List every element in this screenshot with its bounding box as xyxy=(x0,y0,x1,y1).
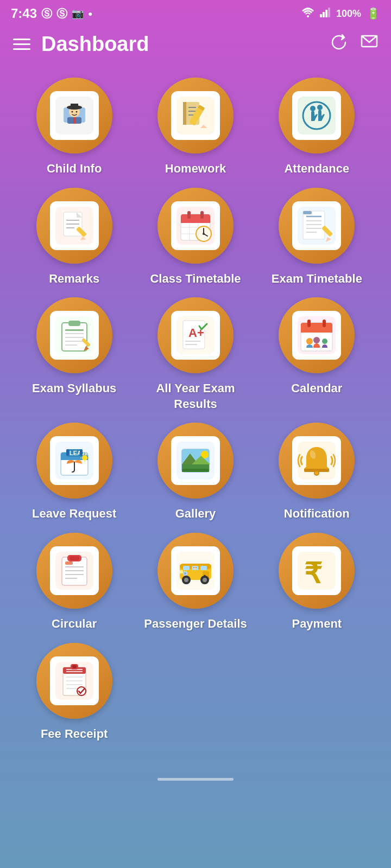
camera-icon: 📷 xyxy=(72,8,84,20)
calendar-label: Calendar xyxy=(291,381,342,397)
skype-icon-2: Ⓢ xyxy=(56,7,67,21)
svg-point-15 xyxy=(75,111,77,113)
svg-rect-18 xyxy=(183,102,186,125)
svg-rect-61 xyxy=(303,211,312,214)
notification-icon-circle xyxy=(279,423,355,499)
svg-rect-125 xyxy=(200,566,207,570)
app-header: Dashboard xyxy=(0,27,391,67)
class-timetable-icon-circle xyxy=(157,188,234,264)
svg-rect-93 xyxy=(80,449,83,456)
attendance-label: Attendance xyxy=(284,161,349,177)
wifi-icon xyxy=(301,8,314,20)
svg-rect-3 xyxy=(325,10,327,17)
grid-item-passenger-details[interactable]: Passenger Details xyxy=(137,533,253,632)
fee-receipt-icon-circle xyxy=(36,643,112,719)
remarks-icon-circle xyxy=(36,188,112,264)
exam-timetable-icon-circle xyxy=(279,188,355,264)
svg-rect-150 xyxy=(72,665,77,668)
battery-icon: 🔋 xyxy=(367,7,380,20)
leave-request-icon-circle: LEAVE xyxy=(36,423,112,499)
skype-icon-1: Ⓢ xyxy=(41,7,52,21)
payment-icon-circle: ₹ xyxy=(279,533,355,609)
status-bar: 7:43 Ⓢ Ⓢ 📷 ● 100% 🔋 xyxy=(0,0,391,27)
svg-point-129 xyxy=(184,572,186,575)
grid-item-payment[interactable]: ₹ Payment xyxy=(259,533,375,632)
svg-point-51 xyxy=(203,233,205,235)
svg-rect-123 xyxy=(183,566,190,570)
svg-point-94 xyxy=(82,455,87,461)
gallery-icon-circle xyxy=(157,423,234,499)
home-indicator xyxy=(157,778,234,781)
time-display: 7:43 xyxy=(11,6,37,21)
bottom-bar xyxy=(0,763,391,785)
passenger-details-icon-circle xyxy=(157,533,234,609)
svg-rect-2 xyxy=(323,12,325,17)
svg-rect-42 xyxy=(200,211,204,219)
svg-point-137 xyxy=(195,567,196,567)
svg-point-135 xyxy=(193,566,197,570)
circular-icon-circle xyxy=(36,533,112,609)
svg-rect-106 xyxy=(182,469,209,472)
grid-item-circular[interactable]: Circular xyxy=(16,533,132,632)
svg-rect-64 xyxy=(68,321,80,326)
svg-rect-53 xyxy=(303,211,325,239)
svg-rect-11 xyxy=(71,104,78,106)
svg-rect-4 xyxy=(328,8,330,17)
signal-icon xyxy=(320,8,331,20)
svg-rect-92 xyxy=(66,449,69,456)
grid-item-remarks[interactable]: Remarks xyxy=(16,188,132,287)
grid-item-homework[interactable]: Homework xyxy=(137,78,253,177)
svg-rect-1 xyxy=(320,14,322,17)
svg-point-29 xyxy=(317,105,323,110)
remarks-label: Remarks xyxy=(49,271,99,287)
menu-button[interactable] xyxy=(13,39,30,50)
svg-text:₹: ₹ xyxy=(304,558,323,589)
page-title: Dashboard xyxy=(41,33,149,56)
svg-point-84 xyxy=(313,337,320,343)
all-year-results-icon-circle: A+ xyxy=(157,297,234,373)
notification-label: Notification xyxy=(284,506,350,522)
svg-point-85 xyxy=(322,339,327,344)
svg-point-28 xyxy=(310,106,316,111)
class-timetable-label: Class Timetable xyxy=(150,271,241,287)
svg-point-0 xyxy=(307,15,309,17)
grid-item-notification[interactable]: Notification xyxy=(259,423,375,522)
svg-rect-40 xyxy=(181,219,210,223)
dashboard-grid: Child Info xyxy=(0,67,391,763)
grid-item-leave-request[interactable]: LEAVE Leave Request xyxy=(16,423,132,522)
grid-item-class-timetable[interactable]: Class Timetable xyxy=(137,188,253,287)
dot-indicator: ● xyxy=(88,9,92,18)
grid-item-all-year-results[interactable]: A+ All Year Exam Results xyxy=(137,297,253,412)
svg-point-83 xyxy=(306,338,313,344)
header-left: Dashboard xyxy=(13,33,149,56)
mail-button[interactable] xyxy=(361,34,378,55)
child-info-label: Child Info xyxy=(47,161,102,177)
battery-display: 100% xyxy=(336,8,361,20)
exam-syllabus-icon-circle xyxy=(36,297,112,373)
svg-rect-63 xyxy=(62,323,87,351)
grid-item-calendar[interactable]: Calendar xyxy=(259,297,375,412)
grid-item-fee-receipt[interactable]: Fee Receipt xyxy=(16,643,132,742)
homework-icon-circle xyxy=(157,78,234,154)
svg-rect-41 xyxy=(187,211,191,219)
grid-item-child-info[interactable]: Child Info xyxy=(16,78,132,177)
gallery-label: Gallery xyxy=(175,506,216,522)
homework-label: Homework xyxy=(165,161,226,177)
svg-rect-134 xyxy=(180,570,183,573)
grid-item-gallery[interactable]: Gallery xyxy=(137,423,253,522)
calendar-icon-circle xyxy=(279,297,355,373)
passenger-details-label: Passenger Details xyxy=(144,616,247,632)
svg-point-133 xyxy=(203,578,207,582)
svg-rect-82 xyxy=(323,320,326,327)
svg-point-136 xyxy=(193,567,194,567)
svg-point-109 xyxy=(315,471,318,475)
svg-rect-65 xyxy=(65,329,84,331)
refresh-button[interactable] xyxy=(330,34,348,55)
grid-item-attendance[interactable]: Attendance xyxy=(259,78,375,177)
svg-rect-81 xyxy=(307,320,311,327)
circular-label: Circular xyxy=(52,616,97,632)
status-left: 7:43 Ⓢ Ⓢ 📷 ● xyxy=(11,6,93,21)
header-right xyxy=(330,34,378,55)
grid-item-exam-syllabus[interactable]: Exam Syllabus xyxy=(16,297,132,412)
grid-item-exam-timetable[interactable]: Exam Timetable xyxy=(259,188,375,287)
